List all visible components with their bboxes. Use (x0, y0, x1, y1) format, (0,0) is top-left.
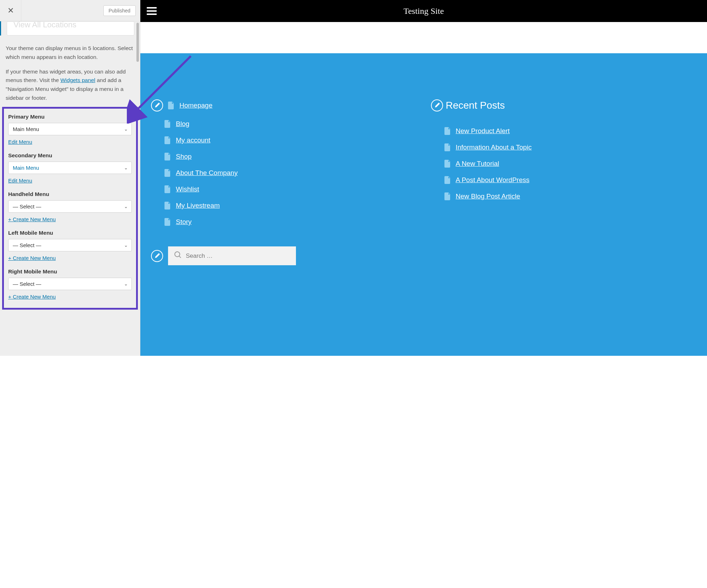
search-row (151, 246, 417, 265)
view-all-locations-label: View All Locations (14, 21, 76, 29)
header-gap (140, 22, 707, 53)
nav-link-item: Wishlist (151, 185, 417, 193)
document-icon (444, 176, 451, 184)
customizer-top-bar: ✕ Published (0, 0, 140, 21)
recent-post-item: New Product Alert (431, 127, 697, 135)
nav-link[interactable]: Homepage (179, 102, 212, 109)
nav-link-item: Story (151, 218, 417, 226)
menu-location-group: Handheld Menu — Select — ⌄ + Create New … (5, 189, 135, 228)
published-button[interactable]: Published (103, 5, 136, 16)
site-title: Testing Site (147, 6, 701, 16)
nav-link-item: Shop (151, 153, 417, 160)
edit-shortcut-search[interactable] (151, 250, 163, 262)
document-icon (444, 143, 451, 151)
nav-link[interactable]: About The Company (176, 169, 238, 177)
menu-location-value: — Select — (13, 281, 41, 287)
search-box[interactable] (168, 246, 296, 265)
customizer-sidebar: ✕ Published View All Locations Your them… (0, 0, 140, 356)
menu-location-label: Handheld Menu (8, 191, 132, 197)
nav-link[interactable]: My Livestream (176, 202, 220, 209)
menu-location-group: Right Mobile Menu — Select — ⌄ + Create … (5, 266, 135, 305)
close-icon: ✕ (7, 6, 14, 15)
chevron-down-icon: ⌄ (124, 243, 128, 248)
recent-post-item: Information About a Topic (431, 143, 697, 151)
recent-post-link[interactable]: New Blog Post Article (456, 192, 520, 200)
nav-link-item: Blog (151, 120, 417, 128)
menu-location-action-link[interactable]: Edit Menu (8, 178, 32, 184)
menu-location-select[interactable]: Main Menu ⌄ (8, 123, 132, 135)
nav-link[interactable]: Blog (176, 120, 189, 128)
document-icon (168, 102, 174, 109)
preview-pane: Testing Site HomepageBlogMy accountShopA… (140, 0, 707, 356)
menu-location-select[interactable]: — Select — ⌄ (8, 239, 132, 251)
chevron-down-icon: ⌄ (124, 281, 128, 287)
menu-location-value: — Select — (13, 203, 41, 209)
document-icon (164, 153, 171, 160)
menu-location-select[interactable]: Main Menu ⌄ (8, 162, 132, 174)
nav-link-item: Homepage (151, 99, 417, 111)
footer-nav-column: HomepageBlogMy accountShopAbout The Comp… (151, 99, 417, 265)
menu-location-action-link[interactable]: + Create New Menu (8, 255, 56, 261)
footer-nav-list: HomepageBlogMy accountShopAbout The Comp… (151, 99, 417, 226)
menu-location-value: Main Menu (13, 165, 39, 171)
edit-shortcut-nav[interactable] (151, 99, 163, 111)
scrollbar[interactable] (136, 23, 139, 62)
widgets-description: If your theme has widget areas, you can … (0, 65, 140, 105)
menu-location-select[interactable]: — Select — ⌄ (8, 278, 132, 290)
site-header: Testing Site (140, 0, 707, 22)
chevron-down-icon: ⌄ (124, 126, 128, 132)
document-icon (164, 218, 171, 226)
recent-posts-heading: Recent Posts (446, 100, 505, 111)
menu-location-value: Main Menu (13, 126, 39, 132)
pencil-icon (154, 103, 160, 108)
menu-location-label: Right Mobile Menu (8, 268, 132, 275)
pencil-icon (434, 103, 440, 108)
footer-area: HomepageBlogMy accountShopAbout The Comp… (140, 53, 707, 356)
menu-location-action-link[interactable]: Edit Menu (8, 139, 32, 145)
menu-location-group: Primary Menu Main Menu ⌄ Edit Menu (5, 111, 135, 150)
menu-location-action-link[interactable]: + Create New Menu (8, 294, 56, 300)
menu-location-label: Primary Menu (8, 114, 132, 120)
menu-location-group: Left Mobile Menu — Select — ⌄ + Create N… (5, 228, 135, 266)
close-button[interactable]: ✕ (0, 0, 21, 21)
recent-posts-list: New Product AlertInformation About a Top… (431, 127, 697, 200)
menu-location-select[interactable]: — Select — ⌄ (8, 200, 132, 213)
sidebar-scroll-area[interactable]: View All Locations Your theme can displa… (0, 21, 140, 356)
nav-link[interactable]: My account (176, 136, 210, 144)
menu-locations-description: Your theme can display menus in 5 locati… (0, 41, 140, 65)
document-icon (164, 169, 171, 177)
view-all-locations-row[interactable]: View All Locations (7, 21, 134, 36)
menu-location-label: Secondary Menu (8, 152, 132, 159)
document-icon (444, 192, 451, 200)
menu-location-label: Left Mobile Menu (8, 230, 132, 236)
recent-post-item: A New Tutorial (431, 160, 697, 168)
menu-locations-highlight: Primary Menu Main Menu ⌄ Edit Menu Secon… (2, 107, 138, 310)
menu-location-value: — Select — (13, 242, 41, 248)
recent-post-link[interactable]: A New Tutorial (456, 160, 500, 168)
nav-link[interactable]: Story (176, 218, 191, 226)
nav-link[interactable]: Shop (176, 153, 191, 160)
nav-link-item: My Livestream (151, 202, 417, 209)
recent-post-item: New Blog Post Article (431, 192, 697, 200)
search-icon (174, 251, 182, 260)
edit-shortcut-recent-posts[interactable] (431, 99, 443, 111)
chevron-down-icon: ⌄ (124, 204, 128, 209)
document-icon (164, 202, 171, 209)
recent-post-link[interactable]: Information About a Topic (456, 143, 532, 151)
recent-post-link[interactable]: A Post About WordPress (456, 176, 530, 184)
search-input[interactable] (186, 252, 290, 260)
document-icon (164, 120, 171, 128)
menu-location-action-link[interactable]: + Create New Menu (8, 216, 56, 222)
recent-post-link[interactable]: New Product Alert (456, 127, 510, 135)
widgets-panel-link[interactable]: Widgets panel (60, 77, 95, 83)
document-icon (164, 136, 171, 144)
document-icon (444, 160, 451, 168)
chevron-down-icon: ⌄ (124, 165, 128, 170)
nav-link-item: My account (151, 136, 417, 144)
menu-location-group: Secondary Menu Main Menu ⌄ Edit Menu (5, 150, 135, 189)
nav-link[interactable]: Wishlist (176, 185, 199, 193)
recent-post-item: A Post About WordPress (431, 176, 697, 184)
nav-link-item: About The Company (151, 169, 417, 177)
document-icon (444, 127, 451, 135)
document-icon (164, 185, 171, 193)
